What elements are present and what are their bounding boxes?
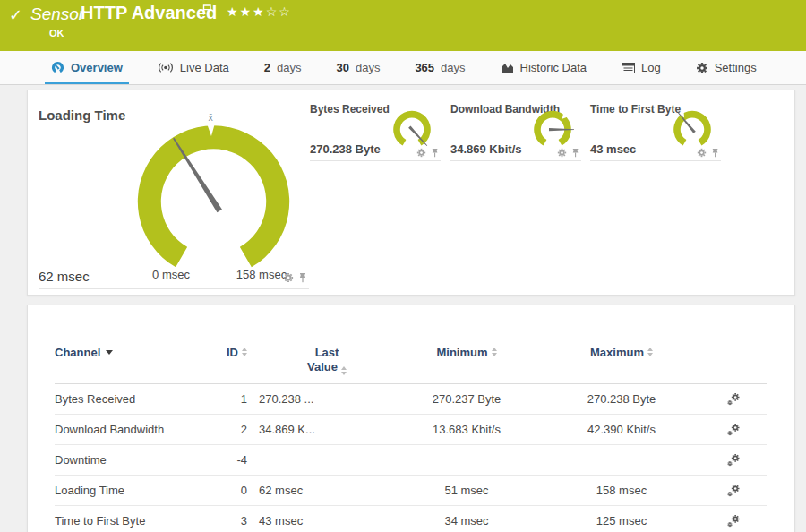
channel-last-value: 34.869 K... xyxy=(247,423,395,436)
pin-icon[interactable] xyxy=(431,148,439,158)
sensor-status-badge: OK xyxy=(49,28,64,39)
channel-table-row: Loading Time 0 62 msec 51 msec 158 msec xyxy=(55,476,767,506)
channel-name[interactable]: Time to First Byte xyxy=(55,514,220,528)
gauge-icon xyxy=(51,61,64,74)
small-gauge-value: 34.869 Kbit/s xyxy=(450,142,522,156)
tab-30-days[interactable]: 30days xyxy=(336,51,380,84)
tab-label: days xyxy=(441,61,465,74)
channel-table-row: Download Bandwidth 2 34.869 K... 13.683 … xyxy=(55,415,767,445)
svg-text:x̄: x̄ xyxy=(209,112,214,123)
tab-log[interactable]: Log xyxy=(622,51,661,84)
channel-maximum: 125 msec xyxy=(538,514,705,528)
channel-id: 0 xyxy=(220,484,247,497)
sensor-title: HTTP Advanced xyxy=(81,3,217,23)
tab-live-data[interactable]: Live Data xyxy=(158,51,229,84)
sort-arrows-icon xyxy=(492,348,497,356)
channel-last-value: 43 msec xyxy=(247,514,395,528)
gauge-min-label: 0 msec xyxy=(144,268,198,281)
channel-settings-icon[interactable] xyxy=(727,392,741,406)
channel-settings-icon[interactable] xyxy=(727,484,741,497)
pin-icon[interactable] xyxy=(571,148,579,158)
tab-label: days xyxy=(356,61,380,74)
channel-last-value: 62 msec xyxy=(247,484,395,497)
column-label: Maximum xyxy=(590,346,644,359)
channel-maximum: 270.238 Byte xyxy=(538,392,705,406)
gear-icon[interactable] xyxy=(697,148,707,158)
tab-number: 2 xyxy=(264,61,270,74)
pin-icon[interactable] xyxy=(298,272,307,283)
table-header-row: Channel ID Last Value Minimum Maximum xyxy=(55,346,767,384)
settings-icon xyxy=(696,62,708,74)
tab-number: 30 xyxy=(336,61,348,74)
small-gauge xyxy=(390,107,433,150)
tab-number: 365 xyxy=(415,61,434,74)
gear-icon[interactable] xyxy=(557,148,567,158)
column-label: ID xyxy=(227,346,238,359)
small-gauge-title: Time to First Byte xyxy=(590,103,681,116)
live-data-icon xyxy=(158,62,174,73)
channel-settings-icon[interactable] xyxy=(727,453,741,467)
channel-settings-icon[interactable] xyxy=(727,514,741,528)
channel-id: 1 xyxy=(220,392,247,406)
main-gauge-value: 62 msec xyxy=(39,269,90,284)
channel-settings-icon[interactable] xyxy=(727,423,741,436)
tab-label: Settings xyxy=(715,61,757,74)
column-header-last-value[interactable]: Last Value xyxy=(247,346,395,375)
column-header-maximum[interactable]: Maximum xyxy=(538,346,705,359)
tab-bar: OverviewLive Data2days30days365daysHisto… xyxy=(0,51,806,85)
tab-label: Log xyxy=(641,61,661,74)
priority-stars[interactable]: ★★★☆☆ xyxy=(227,4,292,19)
tab-365-days[interactable]: 365days xyxy=(415,51,465,84)
channel-id: 3 xyxy=(220,514,247,528)
gauge-tile-time-to-first-byte: Time to First Byte 43 msec xyxy=(590,103,721,161)
tab-settings[interactable]: Settings xyxy=(696,51,757,84)
sensor-type-label: Sensor xyxy=(30,4,84,24)
channels-panel: Channel ID Last Value Minimum Maximum By… xyxy=(27,305,795,532)
main-gauge-title: Loading Time xyxy=(39,107,125,123)
channel-maximum: 42.390 Kbit/s xyxy=(538,423,705,436)
sort-arrows-icon xyxy=(341,366,347,375)
channel-minimum: 13.683 Kbit/s xyxy=(395,423,538,436)
tab-label: Live Data xyxy=(180,61,229,74)
gear-icon[interactable] xyxy=(416,148,426,158)
channel-maximum: 158 msec xyxy=(538,484,705,497)
tile-actions xyxy=(416,148,439,158)
gauge-tile-download-bandwidth: Download Bandwidth 34.869 Kbit/s xyxy=(450,103,581,161)
loading-time-gauge: x̄ xyxy=(127,110,300,274)
channel-minimum: 270.237 Byte xyxy=(395,392,538,406)
small-gauge-value: 270.238 Byte xyxy=(310,142,381,156)
tab-label: days xyxy=(277,61,301,74)
channel-table-row: Time to First Byte 3 43 msec 34 msec 125… xyxy=(55,506,767,532)
channel-minimum: 51 msec xyxy=(395,484,538,497)
column-label: Minimum xyxy=(436,346,487,359)
small-gauge xyxy=(671,107,714,150)
channel-name[interactable]: Bytes Received xyxy=(55,392,220,406)
column-label: Channel xyxy=(55,346,100,359)
channel-table-row: Bytes Received 1 270.238 ... 270.237 Byt… xyxy=(55,384,767,415)
flag-icon[interactable] xyxy=(202,4,212,15)
sort-descending-icon xyxy=(106,350,113,355)
gauges-panel: Loading Time x̄ 0 msec 158 msec 62 msec … xyxy=(27,90,795,296)
status-ok-check-icon: ✓ xyxy=(9,5,22,24)
small-gauge-value: 43 msec xyxy=(590,142,636,156)
tab-label: Historic Data xyxy=(520,61,587,74)
channel-name[interactable]: Download Bandwidth xyxy=(55,423,220,436)
column-label: Last Value xyxy=(307,346,339,373)
channel-name[interactable]: Downtime xyxy=(55,453,220,467)
small-gauge xyxy=(531,107,574,150)
tab-label: Overview xyxy=(71,61,123,74)
column-header-channel[interactable]: Channel xyxy=(55,346,220,359)
gauge-tile-bytes-received: Bytes Received 270.238 Byte xyxy=(310,103,441,161)
pin-icon[interactable] xyxy=(711,148,719,158)
sensor-header: ✓ Sensor HTTP Advanced ★★★☆☆ OK xyxy=(0,0,806,51)
tab-historic-data[interactable]: Historic Data xyxy=(501,51,587,84)
column-header-id[interactable]: ID xyxy=(220,346,247,359)
sort-arrows-icon xyxy=(647,348,653,356)
channel-name[interactable]: Loading Time xyxy=(55,484,220,497)
small-gauge-title: Bytes Received xyxy=(310,103,390,116)
channel-last-value: 270.238 ... xyxy=(247,392,395,406)
tab-2-days[interactable]: 2days xyxy=(264,51,302,84)
gear-icon[interactable] xyxy=(283,272,294,283)
tab-overview[interactable]: Overview xyxy=(51,51,123,84)
column-header-minimum[interactable]: Minimum xyxy=(395,346,538,359)
